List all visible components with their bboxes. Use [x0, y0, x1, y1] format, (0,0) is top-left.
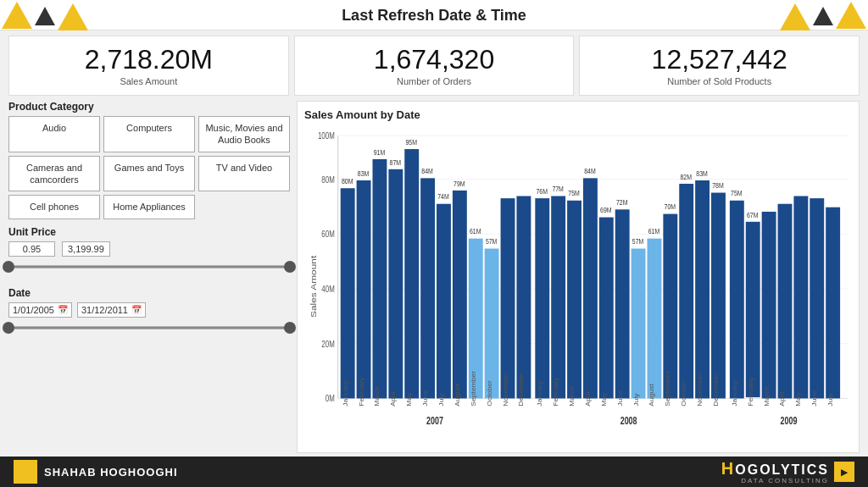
chart-panel: Sales Amount by Date Sales Amount 0M — [297, 101, 860, 453]
kpi-sold-value: 12,527,442 — [652, 45, 787, 75]
date-section: Date 1/01/2005 📅 31/12/2011 📅 — [8, 287, 290, 341]
svg-text:70M: 70M — [665, 203, 676, 212]
svg-text:87M: 87M — [390, 158, 402, 167]
bar-2008-may — [599, 218, 614, 399]
svg-text:2007: 2007 — [426, 415, 443, 427]
svg-text:77M: 77M — [552, 185, 564, 193]
category-tv-video[interactable]: TV and Video — [198, 156, 290, 192]
main-content: Product Category Audio Computers Music, … — [0, 101, 868, 457]
svg-text:April: April — [585, 391, 592, 406]
footer-logo: HOGOLYTICS DATA CONSULTING — [721, 460, 829, 484]
kpi-num-orders: 1,674,320 Number of Orders — [294, 36, 575, 96]
unit-price-slider[interactable] — [8, 260, 290, 274]
kpi-orders-label: Number of Orders — [397, 76, 471, 86]
bar-2009-jun — [810, 198, 824, 398]
kpi-row: 2,718.20M Sales Amount 1,674,320 Number … — [0, 30, 868, 101]
svg-text:61M: 61M — [470, 228, 481, 236]
bar-2007-nov — [501, 198, 515, 398]
unit-price-max: 3,199.99 — [62, 241, 110, 257]
bar-2008-dec — [711, 193, 726, 399]
bar-2007-dec — [516, 196, 531, 399]
footer-accent-box — [14, 460, 37, 484]
calendar-icon-end: 📅 — [131, 305, 142, 314]
svg-text:0M: 0M — [326, 395, 335, 404]
svg-text:November: November — [503, 373, 509, 407]
svg-text:80M: 80M — [342, 177, 353, 185]
bar-2009-jul — [826, 208, 840, 399]
svg-text:84M: 84M — [421, 167, 433, 175]
svg-text:76M: 76M — [537, 187, 548, 196]
svg-text:February: February — [359, 377, 365, 406]
kpi-orders-value: 1,674,320 — [374, 45, 494, 75]
svg-text:December: December — [713, 373, 720, 407]
bar-2008-aug — [647, 239, 661, 399]
svg-text:July: July — [438, 393, 445, 406]
bar-2007-jun — [420, 179, 435, 399]
footer: SHAHAB HOGHOOGHI HOGOLYTICS DATA CONSULT… — [0, 457, 868, 487]
bar-2007-feb — [357, 180, 371, 398]
svg-text:October: October — [681, 380, 687, 407]
unit-price-thumb-right[interactable] — [284, 261, 296, 273]
svg-text:100M: 100M — [318, 131, 335, 141]
svg-text:83M: 83M — [696, 169, 708, 178]
svg-text:57M: 57M — [486, 238, 498, 246]
kpi-sales-value: 2,718.20M — [85, 45, 213, 75]
svg-text:December: December — [518, 373, 525, 407]
svg-text:April: April — [390, 391, 397, 406]
category-cell-phones[interactable]: Cell phones — [8, 195, 100, 219]
bar-2008-oct — [679, 184, 693, 398]
date-end[interactable]: 31/12/2011 📅 — [77, 302, 146, 318]
svg-text:67M: 67M — [747, 211, 759, 219]
category-games-toys[interactable]: Games and Toys — [103, 156, 195, 192]
date-thumb-left[interactable] — [3, 322, 14, 334]
svg-text:May: May — [406, 392, 413, 406]
unit-price-thumb-left[interactable] — [3, 261, 14, 273]
category-grid: Audio Computers Music, Movies and Audio … — [8, 116, 290, 219]
unit-price-fill — [8, 265, 290, 268]
bar-2008-jul — [632, 249, 646, 399]
category-cameras[interactable]: Cameras and camcorders — [8, 156, 100, 192]
page-title: Last Refresh Date & Time — [0, 7, 868, 25]
category-home-appliances[interactable]: Home Appliances — [103, 195, 195, 219]
svg-text:February: February — [748, 377, 754, 406]
category-computers[interactable]: Computers — [103, 116, 195, 152]
category-audio[interactable]: Audio — [8, 116, 100, 152]
left-panel: Product Category Audio Computers Music, … — [8, 101, 297, 453]
svg-text:40M: 40M — [321, 285, 334, 294]
svg-text:20M: 20M — [321, 340, 334, 349]
date-start[interactable]: 1/01/2005 📅 — [8, 302, 72, 318]
footer-right: HOGOLYTICS DATA CONSULTING ▶ — [721, 460, 854, 484]
kpi-sold-label: Number of Sold Products — [667, 76, 771, 86]
svg-text:80M: 80M — [321, 175, 334, 185]
svg-text:74M: 74M — [437, 193, 449, 202]
svg-text:July: July — [827, 393, 834, 406]
svg-text:82M: 82M — [680, 173, 692, 181]
bar-2007-mar — [373, 159, 387, 398]
date-fill — [8, 326, 290, 329]
svg-text:August: August — [454, 383, 461, 407]
page-wrapper: Last Refresh Date & Time 2,718.20M Sales… — [0, 0, 868, 487]
svg-text:November: November — [697, 373, 704, 407]
unit-price-values: 0.95 3,199.99 — [8, 241, 290, 257]
svg-text:February: February — [553, 377, 559, 406]
bar-2009-feb — [746, 222, 760, 397]
svg-text:78M: 78M — [712, 182, 724, 191]
unit-price-track — [8, 265, 290, 268]
svg-text:August: August — [648, 383, 655, 407]
svg-text:July: July — [633, 393, 640, 406]
unit-price-min: 0.95 — [8, 241, 55, 257]
chart-title: Sales Amount by Date — [304, 108, 852, 121]
unit-price-section: Unit Price 0.95 3,199.99 — [8, 226, 290, 280]
svg-text:Sales Amount: Sales Amount — [309, 256, 318, 318]
svg-text:June: June — [617, 390, 624, 407]
logo-h-accent: H — [721, 459, 735, 478]
svg-text:January: January — [342, 380, 349, 407]
date-slider[interactable] — [8, 321, 290, 335]
logo-box-icon: ▶ — [841, 468, 848, 477]
category-music-movies[interactable]: Music, Movies and Audio Books — [198, 116, 290, 152]
svg-text:61M: 61M — [648, 228, 660, 236]
footer-author-name: SHAHAB HOGHOOGHI — [44, 466, 178, 479]
kpi-sales-label: Sales Amount — [120, 76, 177, 86]
date-thumb-right[interactable] — [284, 322, 296, 334]
bar-2008-mar — [567, 201, 581, 399]
